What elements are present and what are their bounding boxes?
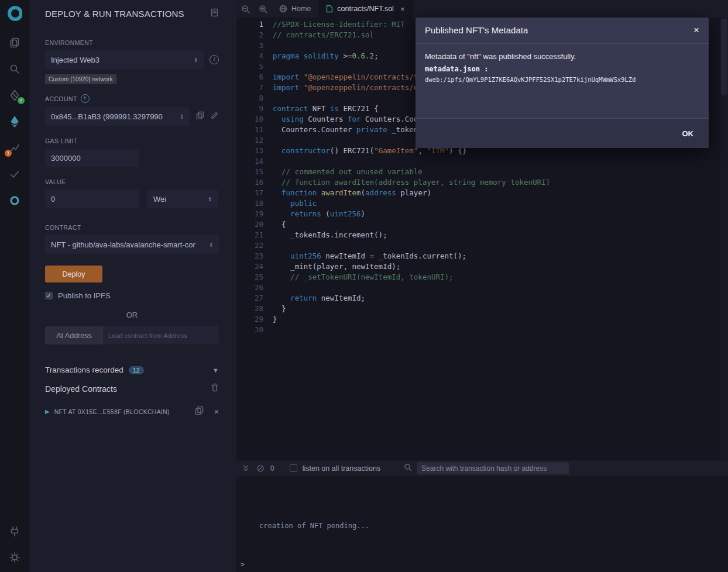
code-line[interactable]: // commented out unused variable xyxy=(273,167,728,177)
account-label: ACCOUNT xyxy=(45,95,77,102)
transactions-recorded-row[interactable]: Transactions recorded 12 ▼ xyxy=(45,366,219,374)
line-number: 10 xyxy=(236,114,263,125)
zoom-in-icon[interactable] xyxy=(254,0,272,18)
tab-nft-sol[interactable]: contracts/NFT.sol × xyxy=(318,0,412,18)
line-number: 26 xyxy=(236,282,263,293)
terminal-search-input[interactable] xyxy=(417,462,569,474)
search-icon[interactable] xyxy=(7,61,22,77)
code-line[interactable] xyxy=(273,240,728,251)
chevron-right-icon[interactable]: ▶ xyxy=(45,408,50,415)
at-address-input[interactable] xyxy=(103,326,219,344)
modal-close-icon[interactable]: × xyxy=(693,25,699,35)
collapse-terminal-icon[interactable] xyxy=(242,464,250,473)
value-unit-select[interactable]: Wei ▲▼ xyxy=(147,189,218,208)
trash-icon[interactable] xyxy=(211,383,219,394)
line-number: 28 xyxy=(236,304,263,314)
code-line[interactable] xyxy=(273,325,728,335)
contract-label: CONTRACT xyxy=(45,224,219,231)
solidity-compiler-icon[interactable]: ✓ xyxy=(7,88,22,103)
published-metadata-modal: Published NFT's Metadata × Metadata of "… xyxy=(415,18,709,148)
deployed-contract-label: NFT AT 0X15E...E558F (BLOCKCHAIN) xyxy=(54,408,170,415)
account-select[interactable]: 0x845...B1aB3 (999991.3297990 ▲▼ xyxy=(45,107,190,126)
deployed-contract-item[interactable]: ▶ NFT AT 0X15E...E558F (BLOCKCHAIN) × xyxy=(45,406,219,417)
value-input[interactable] xyxy=(45,189,139,208)
code-line[interactable]: _mint(player, newItemId); xyxy=(273,261,728,272)
tab-close-icon[interactable]: × xyxy=(400,5,405,13)
ok-button[interactable]: OK xyxy=(678,126,699,142)
terminal-toolbar: 0 listen on all transactions xyxy=(236,460,728,476)
line-number: 19 xyxy=(236,209,263,219)
listen-checkbox[interactable] xyxy=(290,464,297,472)
line-number: 17 xyxy=(236,188,263,198)
tab-home-label: Home xyxy=(291,5,311,13)
remove-contract-icon[interactable]: × xyxy=(214,408,219,416)
plugin-manager-icon[interactable] xyxy=(7,524,22,539)
remix-logo-icon[interactable] xyxy=(7,6,22,21)
editor-scrollbar[interactable] xyxy=(720,18,728,460)
code-line[interactable]: // _setTokenURI(newItemId, tokenURI); xyxy=(273,272,728,282)
code-line[interactable]: uint256 newItemId = _tokenIds.current(); xyxy=(273,251,728,261)
environment-value: Injected Web3 xyxy=(51,56,99,64)
chevron-down-icon[interactable]: ▼ xyxy=(212,367,219,374)
file-explorer-icon[interactable] xyxy=(7,35,22,50)
settings-gear-icon[interactable] xyxy=(7,550,22,565)
select-arrows-icon: ▲▼ xyxy=(180,113,184,119)
line-number: 23 xyxy=(236,251,263,261)
select-arrows-icon: ▲▼ xyxy=(194,57,198,63)
select-arrows-icon: ▲▼ xyxy=(210,242,213,247)
analysis-icon[interactable]: 1 xyxy=(7,140,22,156)
code-line[interactable]: } xyxy=(273,314,728,325)
code-line[interactable]: returns (uint256) xyxy=(273,209,728,219)
environment-info-icon[interactable]: i xyxy=(210,55,219,64)
file-icon xyxy=(326,5,333,13)
editor-gutter: 1234567891011121314151617181920212223242… xyxy=(236,19,273,460)
code-line[interactable] xyxy=(273,282,728,293)
code-line[interactable]: function awardItem(address player) xyxy=(273,188,728,198)
deploy-run-panel: DEPLOY & RUN TRANSACTIONS ENVIRONMENT In… xyxy=(29,0,236,572)
deploy-run-icon[interactable] xyxy=(7,114,22,129)
analysis-count-badge: 1 xyxy=(5,150,12,157)
code-line[interactable]: } xyxy=(273,304,728,314)
plugin-circle-icon[interactable] xyxy=(7,193,22,208)
copy-account-icon[interactable] xyxy=(196,111,204,122)
globe-icon xyxy=(279,5,287,13)
publish-ipfs-label: Publish to IPFS xyxy=(58,291,111,300)
code-line[interactable]: _tokenIds.increment(); xyxy=(273,230,728,240)
gas-limit-input[interactable] xyxy=(45,149,139,167)
transactions-count-badge: 12 xyxy=(129,366,144,374)
terminal-output[interactable]: creation of NFT pending... > xyxy=(236,476,728,572)
at-address-button[interactable]: At Address xyxy=(45,326,103,344)
clear-console-icon[interactable] xyxy=(256,464,265,473)
modal-ipfs-uri: dweb:/ipfs/QmYL9P1Z7KE6AQvKJPFF52SX1p2TE… xyxy=(425,76,699,83)
code-line[interactable]: { xyxy=(273,219,728,230)
code-line[interactable]: return newItemId; xyxy=(273,293,728,304)
code-line[interactable] xyxy=(273,156,728,167)
deploy-button[interactable]: Deploy xyxy=(45,266,102,282)
line-number: 7 xyxy=(236,82,263,93)
edit-account-icon[interactable] xyxy=(211,111,219,122)
zoom-out-icon[interactable] xyxy=(236,0,254,18)
tab-home[interactable]: Home xyxy=(272,0,318,18)
environment-select[interactable]: Injected Web3 ▲▼ xyxy=(45,50,204,69)
add-account-icon[interactable]: + xyxy=(81,94,90,103)
line-number: 22 xyxy=(236,240,263,251)
line-number: 24 xyxy=(236,261,263,272)
contract-select[interactable]: NFT - github/ava-labs/avalanche-smart-co… xyxy=(45,235,219,254)
terminal-prompt: > xyxy=(241,560,245,568)
compiler-success-badge: ✓ xyxy=(18,97,25,104)
code-line[interactable]: public xyxy=(273,198,728,209)
pending-count: 0 xyxy=(270,464,274,473)
listen-all-transactions[interactable]: listen on all transactions xyxy=(290,464,380,473)
line-number: 6 xyxy=(236,72,263,82)
line-number: 14 xyxy=(236,156,263,167)
line-number: 2 xyxy=(236,30,263,40)
terminal: 0 listen on all transactions creation of… xyxy=(236,460,728,572)
copy-contract-icon[interactable] xyxy=(195,406,204,417)
panel-docs-icon[interactable] xyxy=(210,8,219,19)
terminal-log-line: creation of NFT pending... xyxy=(259,522,369,530)
line-number: 20 xyxy=(236,219,263,230)
unit-testing-icon[interactable] xyxy=(7,167,22,182)
publish-ipfs-checkbox[interactable] xyxy=(45,292,53,299)
line-number: 11 xyxy=(236,125,263,135)
code-line[interactable]: // function awardItem(address player, st… xyxy=(273,177,728,188)
